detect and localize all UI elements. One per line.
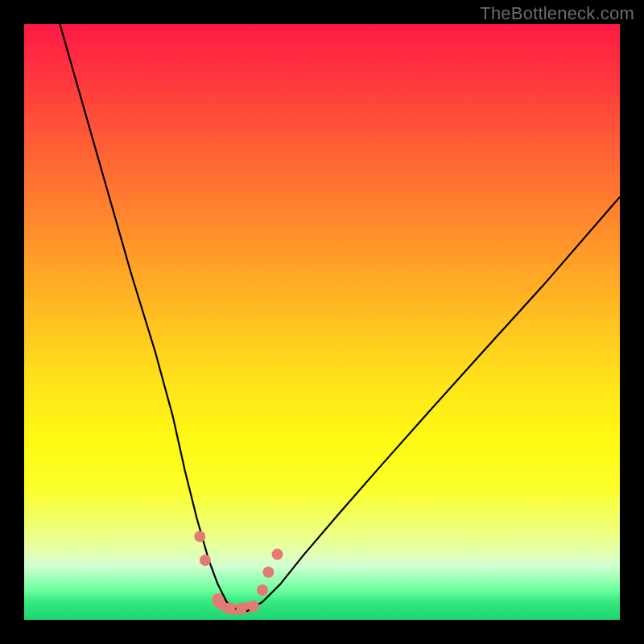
highlight-dots <box>194 530 283 613</box>
svg-point-6 <box>257 584 268 596</box>
svg-point-2 <box>213 593 224 605</box>
svg-point-5 <box>248 601 259 612</box>
bottleneck-curve <box>60 24 620 611</box>
plot-area <box>24 24 620 620</box>
svg-point-3 <box>224 602 235 613</box>
svg-point-0 <box>194 530 205 542</box>
chart-svg <box>24 24 620 620</box>
chart-frame: TheBottleneck.com <box>0 0 644 644</box>
svg-point-8 <box>272 549 283 560</box>
svg-point-7 <box>262 567 274 578</box>
svg-point-1 <box>200 555 211 566</box>
svg-point-4 <box>236 602 247 613</box>
watermark-text: TheBottleneck.com <box>480 3 634 24</box>
